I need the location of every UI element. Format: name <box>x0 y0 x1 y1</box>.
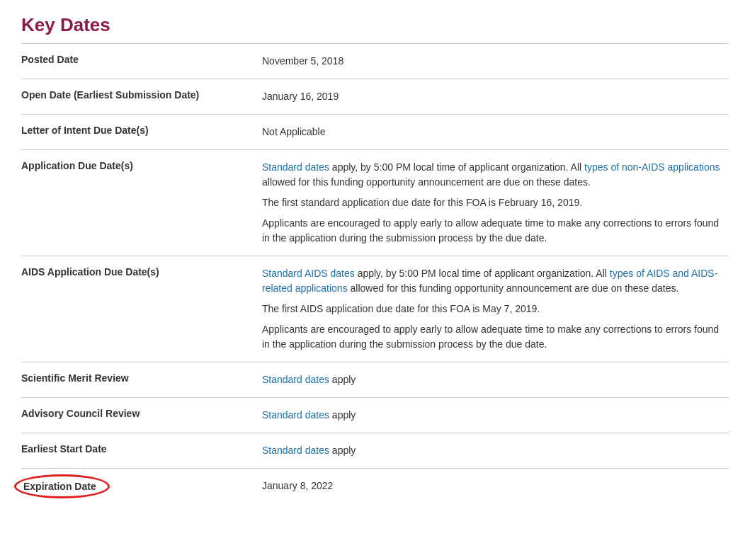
link-advisory-council[interactable]: Standard dates <box>262 409 329 421</box>
table-row-expiration-date: Expiration DateJanuary 8, 2022 <box>21 469 729 513</box>
label-open-date: Open Date (Earliest Submission Date) <box>21 79 262 115</box>
value-earliest-start: Standard dates apply <box>262 433 729 469</box>
table-row-aids-application-due: AIDS Application Due Date(s)Standard AID… <box>21 256 729 362</box>
expiration-date-circle: Expiration Date <box>14 474 110 498</box>
label-letter-of-intent: Letter of Intent Due Date(s) <box>21 115 262 150</box>
key-dates-table: Posted DateNovember 5, 2018Open Date (Ea… <box>21 43 729 513</box>
label-application-due: Application Due Date(s) <box>21 150 262 256</box>
value-scientific-merit: Standard dates apply <box>262 362 729 398</box>
label-posted-date: Posted Date <box>21 44 262 79</box>
value-application-due: Standard dates apply, by 5:00 PM local t… <box>262 150 729 256</box>
value-posted-date: November 5, 2018 <box>262 44 729 79</box>
value-letter-of-intent: Not Applicable <box>262 115 729 150</box>
link-earliest-start[interactable]: Standard dates <box>262 445 329 456</box>
label-earliest-start: Earliest Start Date <box>21 433 262 469</box>
value-aids-application-due: Standard AIDS dates apply, by 5:00 PM lo… <box>262 256 729 362</box>
table-row-scientific-merit: Scientific Merit ReviewStandard dates ap… <box>21 362 729 398</box>
table-row-earliest-start: Earliest Start DateStandard dates apply <box>21 433 729 469</box>
link-application-due[interactable]: Standard dates <box>262 161 329 173</box>
table-row-application-due: Application Due Date(s)Standard dates ap… <box>21 150 729 256</box>
label-advisory-council: Advisory Council Review <box>21 398 262 433</box>
link-aids-application-due[interactable]: Standard AIDS dates <box>262 268 355 279</box>
label-scientific-merit: Scientific Merit Review <box>21 362 262 398</box>
page-title: Key Dates <box>21 14 729 36</box>
link-scientific-merit[interactable]: Standard dates <box>262 374 329 385</box>
value-advisory-council: Standard dates apply <box>262 398 729 433</box>
table-row-advisory-council: Advisory Council ReviewStandard dates ap… <box>21 398 729 433</box>
table-row-open-date: Open Date (Earliest Submission Date)Janu… <box>21 79 729 115</box>
label-aids-application-due: AIDS Application Due Date(s) <box>21 256 262 362</box>
table-row-letter-of-intent: Letter of Intent Due Date(s)Not Applicab… <box>21 115 729 150</box>
table-row-posted-date: Posted DateNovember 5, 2018 <box>21 44 729 79</box>
label-expiration-date: Expiration Date <box>21 469 262 513</box>
value-open-date: January 16, 2019 <box>262 79 729 115</box>
value-expiration-date: January 8, 2022 <box>262 469 729 513</box>
link-application-due[interactable]: types of non-AIDS applications <box>584 161 720 173</box>
